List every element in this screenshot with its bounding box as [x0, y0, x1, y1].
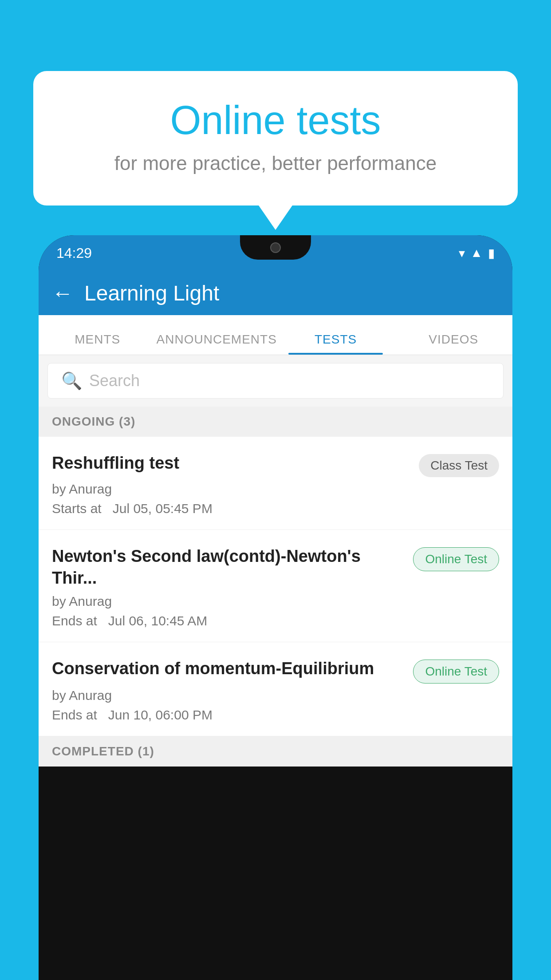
search-bar-wrap: 🔍 Search — [39, 355, 512, 407]
status-time: 14:29 — [56, 245, 92, 261]
ongoing-section-header: ONGOING (3) — [39, 407, 512, 437]
test-time-value: Jul 05, 05:45 PM — [113, 501, 213, 516]
test-time-label: Ends at — [52, 707, 97, 722]
test-author: by Anurag — [52, 594, 112, 609]
test-badge: Online Test — [413, 660, 499, 684]
test-item[interactable]: Newton's Second law(contd)-Newton's Thir… — [39, 530, 512, 642]
app-header: ← Learning Light — [39, 271, 512, 315]
test-meta: by Anurag — [52, 594, 499, 609]
test-author: by Anurag — [52, 688, 112, 703]
status-bar: 14:29 ▾ ▲ ▮ — [39, 235, 512, 271]
test-time-label: Starts at — [52, 501, 102, 516]
test-time-value: Jun 10, 06:00 PM — [108, 707, 213, 722]
tab-announcements[interactable]: ANNOUNCEMENTS — [157, 332, 277, 355]
wifi-icon: ▾ — [459, 246, 465, 261]
test-name: Reshuffling test — [52, 452, 419, 474]
test-time: Ends at Jul 06, 10:45 AM — [52, 613, 499, 628]
test-time-value: Jul 06, 10:45 AM — [108, 613, 207, 628]
status-icons: ▾ ▲ ▮ — [459, 246, 495, 261]
search-input[interactable]: Search — [89, 371, 140, 390]
test-meta: by Anurag — [52, 482, 499, 497]
promo-card: Online tests for more practice, better p… — [33, 71, 518, 205]
test-time: Ends at Jun 10, 06:00 PM — [52, 707, 499, 723]
battery-icon: ▮ — [488, 246, 495, 261]
signal-icon: ▲ — [470, 246, 483, 260]
promo-title: Online tests — [69, 98, 482, 143]
app-title: Learning Light — [84, 281, 219, 305]
promo-subtitle: for more practice, better performance — [69, 152, 482, 174]
test-time-label: Ends at — [52, 613, 97, 628]
tabs-bar: MENTS ANNOUNCEMENTS TESTS VIDEOS — [39, 315, 512, 355]
test-meta: by Anurag — [52, 688, 499, 703]
completed-section-header: COMPLETED (1) — [39, 736, 512, 767]
tab-ments[interactable]: MENTS — [39, 332, 157, 355]
back-button[interactable]: ← — [52, 281, 73, 305]
tab-videos[interactable]: VIDEOS — [394, 332, 512, 355]
test-badge: Class Test — [419, 454, 499, 477]
phone-content: 🔍 Search ONGOING (3) Reshuffling test Cl… — [39, 355, 512, 767]
test-item[interactable]: Conservation of momentum-Equilibrium Onl… — [39, 642, 512, 736]
search-icon: 🔍 — [61, 371, 82, 391]
test-time: Starts at Jul 05, 05:45 PM — [52, 501, 499, 516]
phone-notch — [240, 235, 311, 260]
test-author: by Anurag — [52, 482, 112, 496]
test-name: Conservation of momentum-Equilibrium — [52, 658, 413, 680]
test-item[interactable]: Reshuffling test Class Test by Anurag St… — [39, 437, 512, 530]
test-badge: Online Test — [413, 547, 499, 571]
tab-tests[interactable]: TESTS — [277, 332, 395, 355]
search-bar[interactable]: 🔍 Search — [47, 363, 504, 399]
phone-frame: 14:29 ▾ ▲ ▮ ← Learning Light MENTS ANNOU… — [39, 235, 512, 980]
front-camera — [270, 242, 281, 253]
test-name: Newton's Second law(contd)-Newton's Thir… — [52, 545, 413, 589]
